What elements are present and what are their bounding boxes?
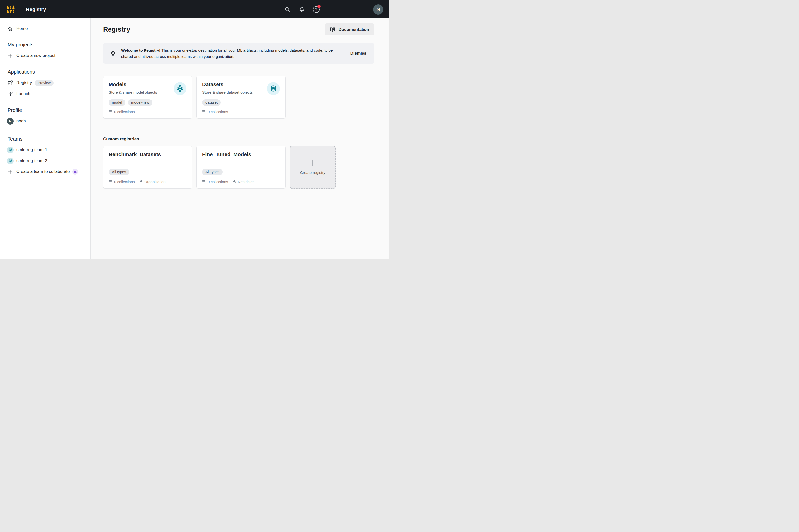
registry-app-window: Registry ?: [0, 0, 389, 259]
plus-icon: [309, 159, 316, 166]
top-navbar: Registry ?: [0, 0, 389, 18]
card-tags: dataset: [202, 99, 280, 106]
model-graph-icon: [173, 82, 186, 95]
card-title: Fine_Tuned_Models: [202, 151, 280, 157]
card-footer: 0 collections Restricted: [202, 179, 280, 184]
notification-dot: [317, 5, 320, 8]
registry-card-models[interactable]: Models Store & share model objects model…: [103, 76, 192, 119]
welcome-banner-text: Welcome to Registry! This is your one-st…: [121, 47, 350, 60]
custom-registries-row: Benchmark_Datasets All types 0 collectio…: [103, 146, 374, 189]
sidebar-heading-applications: Applications: [0, 66, 86, 77]
collections-count: 0 collections: [208, 179, 228, 184]
create-registry-button[interactable]: Create registry: [290, 146, 336, 189]
registry-card-datasets[interactable]: Datasets Store & share dataset objects d…: [197, 76, 285, 119]
team-people-icon: [7, 147, 14, 153]
tag-pill: model-new: [128, 99, 152, 106]
book-icon: [330, 26, 335, 32]
lightbulb-icon: [110, 50, 116, 57]
user-avatar[interactable]: N: [373, 4, 383, 15]
custom-registries-heading: Custom registries: [103, 137, 374, 142]
documentation-button-label: Documentation: [338, 27, 369, 32]
sidebar-heading-profile: Profile: [0, 105, 86, 116]
plus-icon: [8, 169, 13, 174]
collections-count: 0 collections: [114, 179, 135, 184]
collections-list-icon: [109, 110, 112, 114]
tag-pill: model: [109, 99, 125, 106]
search-icon: [284, 6, 291, 13]
visibility-label: Organization: [145, 179, 166, 184]
home-icon: [8, 26, 13, 31]
sidebar-item-label: Create a team to collaborate: [16, 169, 70, 174]
sidebar-item-profile-noah[interactable]: N noah: [0, 116, 86, 127]
sidebar-item-label: Launch: [16, 91, 30, 96]
lock-open-icon: [139, 180, 143, 184]
card-title: Benchmark_Datasets: [109, 151, 186, 157]
card-footer: 0 collections Organization: [109, 179, 186, 184]
notifications-button[interactable]: [297, 4, 306, 14]
sidebar-item-registry[interactable]: Registry Preview: [0, 77, 86, 88]
bell-icon: [299, 6, 305, 13]
page-title: Registry: [103, 25, 130, 33]
sidebar-heading-my-projects: My projects: [0, 39, 86, 50]
help-button[interactable]: ?: [311, 4, 321, 14]
sidebar-item-create-project[interactable]: Create a new project: [0, 50, 86, 61]
dismiss-button[interactable]: Dismiss: [350, 50, 367, 57]
registry-card-benchmark-datasets[interactable]: Benchmark_Datasets All types 0 collectio…: [103, 146, 192, 189]
collections-list-icon: [109, 180, 112, 184]
collections-list-icon: [202, 110, 206, 114]
card-footer: 0 collections: [109, 110, 186, 114]
search-button[interactable]: [282, 4, 292, 14]
card-footer: 0 collections: [202, 110, 280, 114]
sidebar-heading-teams: Teams: [0, 133, 86, 145]
lock-closed-icon: [233, 180, 236, 184]
team-people-icon: [7, 157, 14, 164]
welcome-banner: Welcome to Registry! This is your one-st…: [103, 43, 374, 63]
sidebar-item-label: smle-reg-team-2: [16, 158, 48, 163]
tag-pill: All types: [202, 169, 223, 175]
wandb-logo-icon[interactable]: [7, 5, 15, 14]
visibility-label: Restricted: [238, 179, 255, 184]
sidebar-item-create-team[interactable]: Create a team to collaborate: [0, 166, 86, 177]
sidebar-item-label: noah: [16, 119, 26, 124]
create-registry-label: Create registry: [300, 170, 326, 175]
navbar-actions: ? N: [278, 4, 383, 15]
sidebar-item-label: Home: [16, 26, 27, 31]
documentation-button[interactable]: Documentation: [324, 23, 374, 36]
collections-list-icon: [202, 180, 206, 184]
registry-grid-icon: [8, 80, 13, 86]
sidebar-item-team-1[interactable]: smle-reg-team-1: [0, 145, 86, 155]
sidebar-item-team-2[interactable]: smle-reg-team-2: [0, 155, 86, 166]
registry-card-fine-tuned-models[interactable]: Fine_Tuned_Models All types 0 collection…: [197, 146, 285, 189]
plus-icon: [8, 53, 13, 58]
rocket-icon: [8, 91, 13, 96]
tag-pill: dataset: [202, 99, 221, 106]
profile-avatar: N: [7, 118, 14, 125]
main-content: Registry Documentation: [91, 18, 389, 259]
crown-icon: [72, 169, 78, 175]
card-tags: All types: [109, 169, 186, 175]
navbar-app-title: Registry: [26, 7, 46, 13]
tag-pill: All types: [109, 169, 129, 175]
preview-badge: Preview: [35, 80, 54, 86]
page-header: Registry Documentation: [103, 23, 374, 36]
sidebar-item-label: Registry: [16, 80, 32, 86]
sidebar-item-launch[interactable]: Launch: [0, 88, 86, 99]
core-registries-row: Models Store & share model objects model…: [103, 76, 374, 119]
card-tags: model model-new: [109, 99, 186, 106]
sidebar: Home My projects Create a new project Ap…: [0, 18, 91, 259]
collections-count: 0 collections: [208, 110, 228, 114]
sidebar-item-label: smle-reg-team-1: [16, 147, 48, 152]
sidebar-item-label: Create a new project: [16, 53, 55, 58]
card-tags: All types: [202, 169, 280, 175]
sidebar-item-home[interactable]: Home: [0, 23, 86, 34]
database-icon: [267, 82, 280, 95]
collections-count: 0 collections: [114, 110, 135, 114]
welcome-banner-bold: Welcome to Registry!: [121, 48, 161, 52]
